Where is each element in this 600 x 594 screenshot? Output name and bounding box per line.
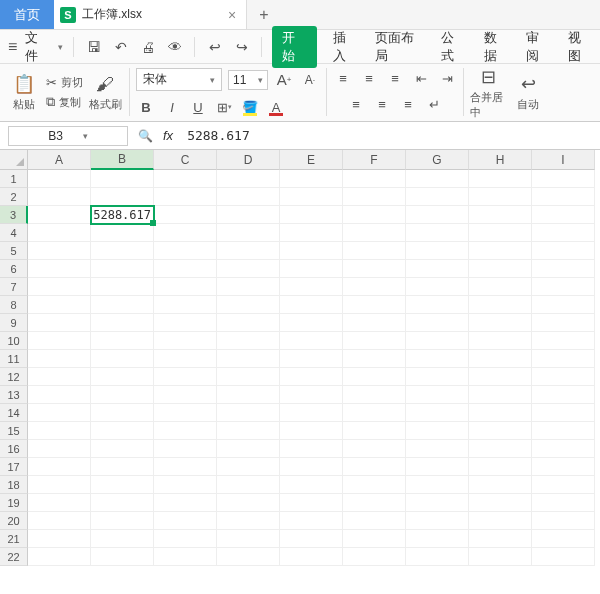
cell-A7[interactable]	[28, 278, 91, 296]
fill-handle[interactable]	[150, 220, 156, 226]
row-header-16[interactable]: 16	[0, 440, 28, 458]
cell-F21[interactable]	[343, 530, 406, 548]
cell-E7[interactable]	[280, 278, 343, 296]
align-bottom-button[interactable]: ≡	[385, 68, 405, 88]
column-header-A[interactable]: A	[28, 150, 91, 170]
auto-wrap-button[interactable]: ↩ 自动	[510, 73, 546, 112]
cell-C19[interactable]	[154, 494, 217, 512]
font-size
-select[interactable]: 11▾	[228, 70, 268, 90]
row-header-2[interactable]: 2	[0, 188, 28, 206]
select-all-corner[interactable]	[0, 150, 28, 170]
cell-F7[interactable]	[343, 278, 406, 296]
cell-F3[interactable]	[343, 206, 406, 224]
column-header-D[interactable]: D	[217, 150, 280, 170]
cell-I14[interactable]	[532, 404, 595, 422]
cell-E17[interactable]	[280, 458, 343, 476]
cell-F6[interactable]	[343, 260, 406, 278]
cell-F10[interactable]	[343, 332, 406, 350]
cell-B18[interactable]	[91, 476, 154, 494]
row-header-8[interactable]: 8	[0, 296, 28, 314]
cell-C9[interactable]	[154, 314, 217, 332]
merge-center-button[interactable]: ⊟ 合并居中	[470, 66, 506, 120]
cell-B2[interactable]	[91, 188, 154, 206]
start-tab[interactable]: 开始	[272, 26, 317, 68]
cell-F17[interactable]	[343, 458, 406, 476]
row-header-10[interactable]: 10	[0, 332, 28, 350]
cell-B12[interactable]	[91, 368, 154, 386]
font-shrink-button[interactable]: A-	[300, 70, 320, 90]
undo-icon[interactable]: ↶	[111, 37, 130, 57]
cell-I13[interactable]	[532, 386, 595, 404]
cell-G13[interactable]	[406, 386, 469, 404]
font-name-select[interactable]: 宋体▾	[136, 68, 222, 91]
cell-G11[interactable]	[406, 350, 469, 368]
cell-C16[interactable]	[154, 440, 217, 458]
cell-I22[interactable]	[532, 548, 595, 566]
cell-B9[interactable]	[91, 314, 154, 332]
cell-A21[interactable]	[28, 530, 91, 548]
cell-A4[interactable]	[28, 224, 91, 242]
column-header-G[interactable]: G	[406, 150, 469, 170]
cell-C2[interactable]	[154, 188, 217, 206]
cell-I20[interactable]	[532, 512, 595, 530]
cell-F11[interactable]	[343, 350, 406, 368]
formulas-tab[interactable]: 公式	[441, 29, 465, 65]
cell-E3[interactable]	[280, 206, 343, 224]
cell-E21[interactable]	[280, 530, 343, 548]
cell-C22[interactable]	[154, 548, 217, 566]
cell-F1[interactable]	[343, 170, 406, 188]
cell-C11[interactable]	[154, 350, 217, 368]
cell-B16[interactable]	[91, 440, 154, 458]
cell-B5[interactable]	[91, 242, 154, 260]
cell-H8[interactable]	[469, 296, 532, 314]
cell-H7[interactable]	[469, 278, 532, 296]
cell-G9[interactable]	[406, 314, 469, 332]
cell-I16[interactable]	[532, 440, 595, 458]
cell-H2[interactable]	[469, 188, 532, 206]
cell-E15[interactable]	[280, 422, 343, 440]
align-right-button[interactable]: ≡	[398, 94, 418, 114]
cell-D4[interactable]	[217, 224, 280, 242]
cell-D1[interactable]	[217, 170, 280, 188]
save-icon[interactable]: 🖫	[84, 37, 103, 57]
cell-G10[interactable]	[406, 332, 469, 350]
cell-G18[interactable]	[406, 476, 469, 494]
cell-D2[interactable]	[217, 188, 280, 206]
cell-A15[interactable]	[28, 422, 91, 440]
cell-H18[interactable]	[469, 476, 532, 494]
cell-H15[interactable]	[469, 422, 532, 440]
cell-H6[interactable]	[469, 260, 532, 278]
cell-E6[interactable]	[280, 260, 343, 278]
cell-I1[interactable]	[532, 170, 595, 188]
cell-G6[interactable]	[406, 260, 469, 278]
cell-H5[interactable]	[469, 242, 532, 260]
row-header-19[interactable]: 19	[0, 494, 28, 512]
cell-D9[interactable]	[217, 314, 280, 332]
new-tab-button[interactable]: +	[247, 0, 280, 29]
cell-F4[interactable]	[343, 224, 406, 242]
cell-B21[interactable]	[91, 530, 154, 548]
font-grow-button[interactable]: A+	[274, 70, 294, 90]
cell-G12[interactable]	[406, 368, 469, 386]
cell-B17[interactable]	[91, 458, 154, 476]
cell-E22[interactable]	[280, 548, 343, 566]
formula-input[interactable]: 5288.617	[183, 128, 592, 143]
cell-E1[interactable]	[280, 170, 343, 188]
file-tab[interactable]: S 工作簿.xlsx ×	[54, 0, 247, 29]
column-header-F[interactable]: F	[343, 150, 406, 170]
row-header-1[interactable]: 1	[0, 170, 28, 188]
row-header-18[interactable]: 18	[0, 476, 28, 494]
row-header-15[interactable]: 15	[0, 422, 28, 440]
cell-C3[interactable]	[154, 206, 217, 224]
cell-I5[interactable]	[532, 242, 595, 260]
cell-A13[interactable]	[28, 386, 91, 404]
cell-E16[interactable]	[280, 440, 343, 458]
cell-B11[interactable]	[91, 350, 154, 368]
row-header-21[interactable]: 21	[0, 530, 28, 548]
column-header-H[interactable]: H	[469, 150, 532, 170]
cell-H19[interactable]	[469, 494, 532, 512]
cell-H12[interactable]	[469, 368, 532, 386]
cell-C17[interactable]	[154, 458, 217, 476]
cell-H4[interactable]	[469, 224, 532, 242]
fx-icon[interactable]: fx	[163, 128, 173, 143]
